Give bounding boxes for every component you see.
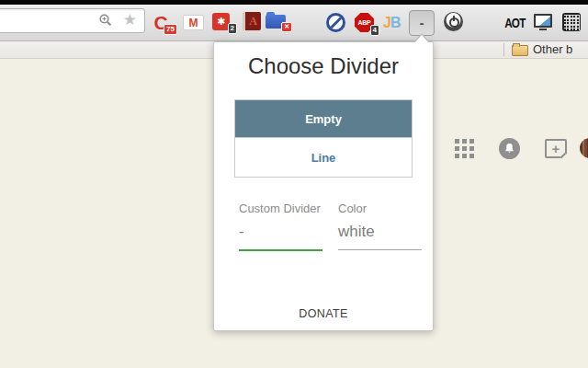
monitor-icon bbox=[534, 14, 552, 30]
extension-blocker-button[interactable] bbox=[326, 13, 345, 32]
bookmark-star-icon[interactable]: ★ bbox=[123, 10, 137, 30]
extension-power-button[interactable] bbox=[444, 12, 463, 31]
address-bar[interactable]: ★ bbox=[0, 8, 145, 33]
power-icon bbox=[444, 12, 463, 31]
c-badge: 75 bbox=[164, 24, 177, 35]
other-bookmarks-folder-icon[interactable] bbox=[512, 45, 528, 56]
popup-caret bbox=[413, 33, 430, 42]
other-bookmarks-label[interactable]: Other b bbox=[533, 42, 572, 56]
custom-divider-input[interactable]: - bbox=[239, 223, 322, 251]
donate-link[interactable]: DONATE bbox=[214, 307, 433, 320]
extension-keypad-button[interactable] bbox=[562, 13, 581, 31]
extension-c-button[interactable]: C 75 bbox=[150, 11, 172, 33]
choose-divider-popup: Choose Divider Empty Line Custom Divider… bbox=[213, 41, 434, 331]
add-box-button[interactable]: + bbox=[545, 139, 567, 158]
asterisk-badge: 2 bbox=[228, 23, 237, 34]
extension-aot-button[interactable]: AOT bbox=[502, 16, 528, 29]
divider-fields: Custom Divider - Color white bbox=[239, 201, 433, 251]
color-field: Color white bbox=[338, 201, 422, 251]
color-label: Color bbox=[338, 201, 422, 215]
divider-options: Empty Line bbox=[234, 99, 413, 178]
extension-asterisk-button[interactable]: ✱ 2 bbox=[212, 13, 230, 30]
folder-x-badge: ✕ bbox=[281, 22, 292, 32]
plus-icon: + bbox=[552, 142, 560, 155]
jb-j-letter: J bbox=[383, 16, 390, 30]
popup-title: Choose Divider bbox=[214, 53, 433, 79]
divider-dash-icon: - bbox=[409, 10, 435, 36]
browser-window: ★ C 75 M ✱ 2 A ✕ ABP 4 JB bbox=[0, 0, 588, 368]
browser-toolbar: ★ C 75 M ✱ 2 A ✕ ABP 4 JB bbox=[0, 5, 588, 41]
no-entry-icon bbox=[326, 13, 345, 32]
custom-divider-field: Custom Divider - bbox=[239, 201, 322, 251]
extension-divider-button-active[interactable]: - bbox=[409, 10, 435, 36]
keypad-grid-icon bbox=[562, 13, 581, 31]
red-book-icon: A bbox=[243, 12, 261, 30]
extension-book-button[interactable]: A bbox=[243, 12, 261, 30]
extension-monitor-button[interactable] bbox=[534, 14, 552, 30]
extension-abp-button[interactable]: ABP 4 bbox=[355, 13, 374, 32]
extension-jb-button[interactable]: JB bbox=[383, 16, 400, 30]
custom-divider-label: Custom Divider bbox=[239, 201, 322, 215]
avatar[interactable] bbox=[580, 138, 588, 158]
jb-b-letter: B bbox=[390, 16, 401, 30]
aot-text-icon: AOT bbox=[504, 16, 525, 29]
gmail-envelope-icon: M bbox=[183, 15, 204, 30]
color-input[interactable]: white bbox=[338, 223, 422, 250]
notifications-bell-button[interactable] bbox=[499, 138, 520, 159]
empty-divider-button[interactable]: Empty bbox=[235, 100, 412, 137]
extension-folder-button[interactable]: ✕ bbox=[266, 15, 286, 29]
page-zoom-icon[interactable] bbox=[98, 13, 113, 31]
bookmarks-separator bbox=[503, 43, 504, 56]
apps-grid-icon[interactable] bbox=[455, 139, 474, 158]
abp-badge: 4 bbox=[370, 25, 379, 36]
line-divider-button[interactable]: Line bbox=[235, 137, 412, 177]
bell-icon bbox=[503, 143, 515, 155]
extension-gmail-button[interactable]: M bbox=[183, 15, 204, 30]
